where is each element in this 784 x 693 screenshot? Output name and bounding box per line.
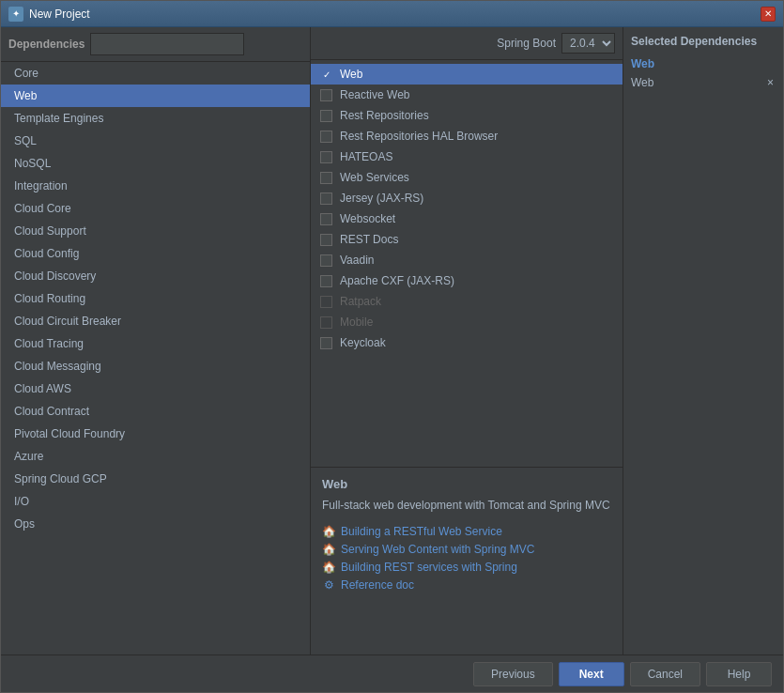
- category-item-cloud-core[interactable]: Cloud Core: [1, 197, 310, 220]
- category-item-cloud-support[interactable]: Cloud Support: [1, 220, 310, 242]
- category-item-pivotal-cloud-foundry[interactable]: Pivotal Cloud Foundry: [1, 423, 310, 445]
- selected-group-label: Web: [631, 57, 776, 70]
- left-panel: Dependencies CoreWebTemplate EnginesSQLN…: [1, 27, 311, 654]
- dep-info-description: Full-stack web development with Tomcat a…: [322, 497, 611, 514]
- spring-boot-bar: Spring Boot 2.0.4: [311, 27, 623, 60]
- dep-label-reactive-web: Reactive Web: [340, 88, 409, 101]
- category-item-nosql[interactable]: NoSQL: [1, 152, 310, 175]
- bottom-bar: Previous Next Cancel Help: [1, 654, 783, 692]
- dep-link-text-0: Building a RESTful Web Service: [341, 525, 502, 538]
- gear-icon: ⚙: [322, 578, 335, 592]
- dep-label-web-services: Web Services: [340, 171, 409, 184]
- dep-item-rest-docs[interactable]: REST Docs: [311, 229, 623, 250]
- dep-item-websocket[interactable]: Websocket: [311, 208, 623, 229]
- dep-item-jersey[interactable]: Jersey (JAX-RS): [311, 188, 623, 208]
- dependency-list: ✓WebReactive WebRest RepositoriesRest Re…: [311, 60, 623, 467]
- dep-info-panel: Web Full-stack web development with Tomc…: [311, 467, 623, 654]
- selected-dep-item: Web×: [631, 74, 776, 91]
- category-item-cloud-discovery[interactable]: Cloud Discovery: [1, 265, 310, 287]
- dep-item-rest-repositories-hal[interactable]: Rest Repositories HAL Browser: [311, 126, 623, 146]
- checkbox-rest-repositories-hal[interactable]: [320, 131, 332, 143]
- dep-link-3[interactable]: ⚙Reference doc: [322, 578, 611, 592]
- dep-item-vaadin[interactable]: Vaadin: [311, 250, 623, 270]
- dep-label-rest-repositories-hal: Rest Repositories HAL Browser: [340, 130, 498, 143]
- checkbox-vaadin[interactable]: [320, 254, 332, 267]
- previous-button[interactable]: Previous: [473, 662, 553, 686]
- dep-link-text-3: Reference doc: [341, 578, 414, 592]
- checkbox-web-services[interactable]: [320, 172, 332, 184]
- dep-item-web[interactable]: ✓Web: [311, 64, 623, 85]
- category-item-cloud-circuit-breaker[interactable]: Cloud Circuit Breaker: [1, 310, 310, 332]
- title-bar: ✦ New Project ✕: [1, 1, 783, 27]
- main-content: Dependencies CoreWebTemplate EnginesSQLN…: [1, 27, 783, 654]
- spring-boot-label: Spring Boot: [497, 37, 556, 50]
- checkbox-rest-docs[interactable]: [320, 234, 332, 246]
- selected-dep-name: Web: [631, 76, 653, 89]
- dep-label-keycloak: Keycloak: [340, 336, 386, 349]
- checkbox-jersey[interactable]: [320, 192, 332, 205]
- category-item-azure[interactable]: Azure: [1, 445, 310, 468]
- dep-link-2[interactable]: 🏠Building REST services with Spring: [322, 561, 611, 574]
- dep-link-1[interactable]: 🏠Serving Web Content with Spring MVC: [322, 543, 611, 556]
- category-item-cloud-messaging[interactable]: Cloud Messaging: [1, 355, 310, 377]
- checkbox-mobile: [320, 316, 332, 329]
- selected-deps-list: WebWeb×: [631, 57, 776, 91]
- checkbox-apache-cxf[interactable]: [320, 275, 332, 287]
- checkbox-web[interactable]: ✓: [320, 69, 332, 81]
- help-button[interactable]: Help: [706, 662, 772, 686]
- home-icon: 🏠: [322, 543, 335, 556]
- dep-item-reactive-web[interactable]: Reactive Web: [311, 85, 623, 105]
- checkbox-reactive-web[interactable]: [320, 89, 332, 101]
- dep-label-apache-cxf: Apache CXF (JAX-RS): [340, 274, 454, 287]
- dep-item-hateoas[interactable]: HATEOAS: [311, 146, 623, 167]
- dep-item-rest-repositories[interactable]: Rest Repositories: [311, 105, 623, 126]
- category-list: CoreWebTemplate EnginesSQLNoSQLIntegrati…: [1, 62, 310, 654]
- checkbox-keycloak[interactable]: [320, 337, 332, 349]
- selected-deps-title: Selected Dependencies: [631, 35, 776, 48]
- title-bar-left: ✦ New Project: [8, 7, 90, 22]
- dep-link-0[interactable]: 🏠Building a RESTful Web Service: [322, 525, 611, 538]
- dep-item-web-services[interactable]: Web Services: [311, 167, 623, 188]
- category-item-integration[interactable]: Integration: [1, 175, 310, 197]
- dep-label-hateoas: HATEOAS: [340, 150, 392, 163]
- category-item-spring-cloud-gcp[interactable]: Spring Cloud GCP: [1, 468, 310, 490]
- dep-item-keycloak[interactable]: Keycloak: [311, 332, 623, 353]
- next-button[interactable]: Next: [559, 662, 624, 686]
- category-item-cloud-config[interactable]: Cloud Config: [1, 242, 310, 265]
- dep-link-text-2: Building REST services with Spring: [341, 561, 517, 574]
- checkbox-websocket[interactable]: [320, 213, 332, 225]
- category-item-ops[interactable]: Ops: [1, 513, 310, 535]
- checkbox-hateoas[interactable]: [320, 151, 332, 163]
- dep-label-rest-repositories: Rest Repositories: [340, 109, 429, 122]
- category-item-template-engines[interactable]: Template Engines: [1, 107, 310, 130]
- dep-label-ratpack: Ratpack: [340, 295, 381, 308]
- category-item-io[interactable]: I/O: [1, 490, 310, 513]
- category-item-core[interactable]: Core: [1, 62, 310, 85]
- category-item-cloud-contract[interactable]: Cloud Contract: [1, 400, 310, 423]
- top-bar: Dependencies: [1, 27, 310, 62]
- category-item-cloud-routing[interactable]: Cloud Routing: [1, 287, 310, 310]
- dep-label-mobile: Mobile: [340, 316, 373, 329]
- window-title: New Project: [29, 8, 90, 21]
- search-input[interactable]: [90, 33, 244, 55]
- dep-item-apache-cxf[interactable]: Apache CXF (JAX-RS): [311, 270, 623, 291]
- right-panel: Selected Dependencies WebWeb×: [623, 27, 783, 654]
- category-item-web[interactable]: Web: [1, 85, 310, 107]
- close-button[interactable]: ✕: [761, 7, 776, 22]
- remove-dep-button[interactable]: ×: [765, 76, 776, 89]
- dep-label-jersey: Jersey (JAX-RS): [340, 192, 423, 205]
- category-item-cloud-aws[interactable]: Cloud AWS: [1, 377, 310, 400]
- dep-label-web: Web: [340, 68, 362, 81]
- cancel-button[interactable]: Cancel: [630, 662, 700, 686]
- home-icon: 🏠: [322, 561, 335, 574]
- dependencies-label: Dependencies: [8, 38, 85, 51]
- dep-links: 🏠Building a RESTful Web Service🏠Serving …: [322, 525, 611, 592]
- checkbox-rest-repositories[interactable]: [320, 110, 332, 122]
- category-item-cloud-tracing[interactable]: Cloud Tracing: [1, 332, 310, 355]
- dep-label-websocket: Websocket: [340, 212, 395, 225]
- spring-boot-version-select[interactable]: 2.0.4: [561, 33, 615, 54]
- category-item-sql[interactable]: SQL: [1, 130, 310, 152]
- window-icon: ✦: [8, 7, 23, 22]
- home-icon: 🏠: [322, 525, 335, 538]
- dep-link-text-1: Serving Web Content with Spring MVC: [341, 543, 535, 556]
